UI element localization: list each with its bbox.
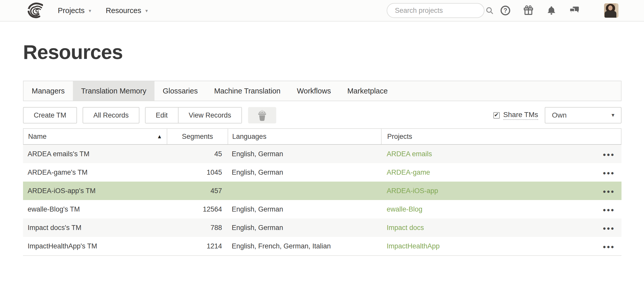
tab[interactable]: Marketplace — [339, 81, 396, 101]
avatar[interactable] — [604, 3, 618, 18]
column-header-languages-label: Languages — [232, 133, 267, 141]
segments-count: 788 — [210, 224, 222, 232]
tab-label: Machine Translation — [214, 87, 281, 95]
languages-cell: English, French, German, Italian — [228, 237, 381, 255]
tm-name-cell: ewalle-Blog's TM — [23, 200, 167, 218]
tm-table: Name ▲ Segments Languages Projects ARDEA… — [23, 128, 621, 256]
row-menu-dots-icon[interactable]: ••• — [603, 223, 615, 233]
scope-select-value: Own — [552, 111, 610, 119]
tab-label: Managers — [32, 87, 65, 95]
project-link[interactable]: ARDEA emails — [387, 150, 432, 158]
chevron-down-icon: ▼ — [610, 112, 615, 118]
table-row[interactable]: ARDEA-iOS-app's TM 457 ARDEA-iOS-app ••• — [23, 182, 621, 200]
table-body: ARDEA emails's TM 45 English, German ARD… — [23, 145, 621, 256]
nav-resources[interactable]: Resources ▼ — [106, 6, 149, 15]
svg-text:?: ? — [504, 7, 507, 14]
share-tms-label[interactable]: Share TMs — [503, 111, 538, 120]
segments-cell: 1214 — [167, 237, 228, 255]
tab[interactable]: Workflows — [289, 81, 339, 101]
column-header-languages[interactable]: Languages — [228, 129, 381, 144]
app-logo-icon[interactable] — [24, 3, 43, 18]
project-link[interactable]: Impact docs — [387, 224, 424, 232]
tm-name-cell: ImpactHealthApp's TM — [23, 237, 167, 255]
all-records-button[interactable]: All Records — [83, 107, 139, 123]
column-header-projects[interactable]: Projects — [381, 129, 621, 144]
tm-name: ewalle-Blog's TM — [28, 205, 80, 213]
tab[interactable]: Machine Translation — [206, 81, 289, 101]
row-menu-dots-icon[interactable]: ••• — [603, 149, 615, 159]
column-header-projects-label: Projects — [387, 133, 412, 141]
table-header: Name ▲ Segments Languages Projects — [23, 128, 621, 145]
table-row[interactable]: Impact docs's TM 788 English, German Imp… — [23, 218, 621, 237]
segments-cell: 457 — [167, 182, 228, 200]
projects-cell: ewalle-Blog ••• — [381, 200, 621, 218]
chevron-down-icon: ▼ — [88, 8, 92, 13]
tab[interactable]: Glossaries — [154, 81, 206, 101]
tm-name-cell: Impact docs's TM — [23, 218, 167, 237]
tm-name-cell: ARDEA-iOS-app's TM — [23, 182, 167, 200]
column-header-segments-label: Segments — [182, 133, 213, 141]
tm-name: Impact docs's TM — [28, 224, 81, 232]
tab-label: Glossaries — [163, 87, 198, 95]
tm-name-cell: ARDEA-game's TM — [23, 163, 167, 182]
edit-button[interactable]: Edit — [146, 108, 178, 123]
resource-tabs: Managers Translation Memory Glossaries M… — [23, 81, 621, 101]
view-records-button[interactable]: View Records — [178, 108, 241, 123]
sort-asc-icon: ▲ — [157, 133, 167, 140]
row-menu-dots-icon[interactable]: ••• — [603, 241, 615, 251]
table-row[interactable]: ARDEA-game's TM 1045 English, German ARD… — [23, 163, 621, 182]
column-header-name[interactable]: Name ▲ — [24, 129, 167, 144]
project-link[interactable]: ARDEA-game — [387, 169, 430, 176]
table-row[interactable]: ewalle-Blog's TM 12564 English, German e… — [23, 200, 621, 218]
row-menu-dots-icon[interactable]: ••• — [603, 186, 615, 196]
column-header-segments[interactable]: Segments — [167, 129, 228, 144]
project-link[interactable]: ewalle-Blog — [387, 205, 423, 213]
tm-name-cell: ARDEA emails's TM — [23, 145, 167, 163]
tm-toolbar: Create TM All Records Edit View Records … — [23, 107, 621, 123]
tm-name: ImpactHealthApp's TM — [28, 242, 97, 250]
languages-list: English, German — [232, 224, 283, 232]
segments-cell: 788 — [167, 218, 228, 237]
messages-icon[interactable] — [569, 5, 580, 16]
languages-list: English, French, German, Italian — [232, 242, 331, 250]
chevron-down-icon: ▼ — [145, 8, 149, 13]
table-row[interactable]: ImpactHealthApp's TM 1214 English, Frenc… — [23, 237, 621, 255]
scope-select[interactable]: Own ▼ — [545, 107, 621, 123]
nav-projects[interactable]: Projects ▼ — [58, 6, 92, 15]
help-icon[interactable]: ? — [500, 5, 511, 16]
toolbar-right: ✔ Share TMs Own ▼ — [493, 107, 621, 123]
row-menu-dots-icon[interactable]: ••• — [603, 167, 615, 177]
delete-tm-button[interactable] — [248, 107, 276, 123]
tm-name: ARDEA-iOS-app's TM — [28, 187, 96, 195]
languages-list: English, German — [232, 150, 283, 158]
row-menu-dots-icon[interactable]: ••• — [603, 204, 615, 214]
checkmark-icon: ✔ — [494, 112, 499, 118]
tab-label: Marketplace — [347, 87, 388, 95]
notifications-bell-icon[interactable] — [546, 5, 557, 16]
edit-view-group: Edit View Records — [145, 107, 242, 123]
tab-label: Translation Memory — [81, 87, 146, 95]
languages-cell: English, German — [228, 145, 381, 163]
segments-cell: 45 — [167, 145, 228, 163]
create-tm-button[interactable]: Create TM — [23, 107, 77, 123]
languages-cell: English, German — [228, 163, 381, 182]
tm-name: ARDEA-game's TM — [28, 169, 87, 176]
page-title: Resources — [23, 40, 123, 64]
search-icon[interactable] — [485, 6, 494, 15]
tab[interactable]: Translation Memory — [73, 81, 154, 101]
projects-cell: ImpactHealthApp ••• — [381, 237, 621, 255]
search-input[interactable] — [395, 7, 485, 15]
page: Projects ▼ Resources ▼ ? — [0, 0, 644, 283]
share-tms-checkbox[interactable]: ✔ — [493, 112, 500, 119]
languages-cell: English, German — [228, 200, 381, 218]
segments-cell: 12564 — [167, 200, 228, 218]
table-row[interactable]: ARDEA emails's TM 45 English, German ARD… — [23, 145, 621, 163]
gift-icon[interactable] — [523, 5, 534, 16]
projects-cell: ARDEA emails ••• — [381, 145, 621, 163]
project-link[interactable]: ImpactHealthApp — [387, 242, 440, 250]
nav-projects-label: Projects — [58, 6, 85, 15]
project-link[interactable]: ARDEA-iOS-app — [387, 187, 438, 195]
tab[interactable]: Managers — [24, 81, 73, 101]
topbar-icons: ? — [500, 3, 618, 18]
column-header-name-label: Name — [28, 133, 47, 141]
